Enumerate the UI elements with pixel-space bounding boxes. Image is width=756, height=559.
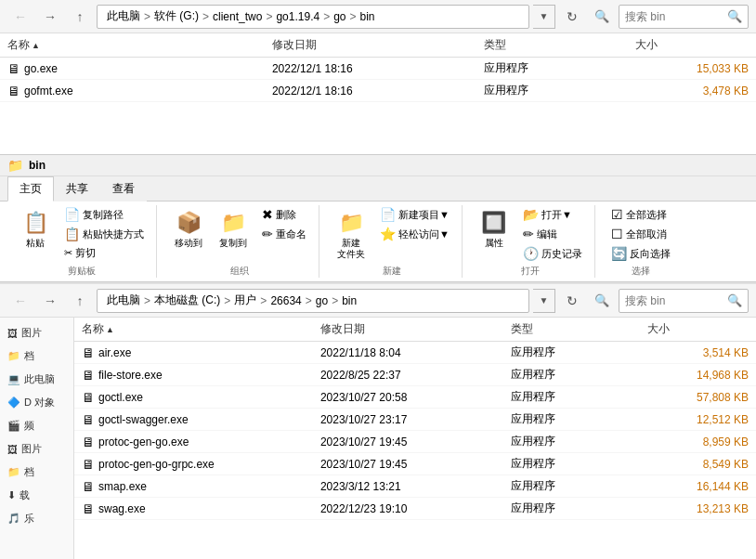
bottom-path-users[interactable]: 用户 xyxy=(232,292,258,308)
open-button[interactable]: 📂 打开▼ xyxy=(518,205,587,224)
bottom-up-button[interactable]: ↑ xyxy=(67,288,93,314)
bottom-address-dropdown[interactable]: ▼ xyxy=(533,289,555,313)
address-dropdown-button[interactable]: ▼ xyxy=(533,5,555,29)
table-row[interactable]: 🖥air.exe 2022/11/18 8:04 应用程序 3,514 KB xyxy=(74,342,756,364)
bottom-refresh-button[interactable]: ↻ xyxy=(559,288,585,314)
path-go1194[interactable]: go1.19.4 xyxy=(274,10,321,23)
new-item-button[interactable]: 📄 新建项目▼ xyxy=(375,205,454,224)
paste-shortcut-label: 粘贴快捷方式 xyxy=(83,228,144,241)
bottom-search-icon-btn[interactable]: 🔍 xyxy=(589,288,615,314)
tab-share[interactable]: 共享 xyxy=(54,176,100,202)
col-header-size[interactable]: 大小 xyxy=(628,33,756,58)
refresh-button[interactable]: ↻ xyxy=(559,4,585,30)
table-row[interactable]: 🖥protoc-gen-go.exe 2023/10/27 19:45 应用程序… xyxy=(74,431,756,453)
col-header-date[interactable]: 修改日期 xyxy=(265,33,476,58)
table-row[interactable]: 🖥goctl.exe 2023/10/27 20:58 应用程序 57,808 … xyxy=(74,386,756,409)
sidebar-item-docs2[interactable]: 📁 档 xyxy=(0,461,73,484)
bottom-path-26634[interactable]: 26634 xyxy=(268,294,303,307)
tab-home[interactable]: 主页 xyxy=(7,176,54,202)
organize-items: 📦 移动到 📁 复制到 ✖ 删除 ✏ xyxy=(168,205,311,263)
search-icon: 🔍 xyxy=(727,9,742,23)
organize-col3: ✖ 删除 ✏ 重命名 xyxy=(257,205,311,243)
table-row[interactable]: 🖥gofmt.exe 2022/12/1 18:16 应用程序 3,478 KB xyxy=(0,80,756,102)
sidebar-music-icon: 🎵 xyxy=(7,513,20,525)
move-to-button[interactable]: 📦 移动到 xyxy=(168,205,209,252)
edit-button[interactable]: ✏ 编辑 xyxy=(518,225,587,243)
bottom-back-button[interactable]: ← xyxy=(7,288,33,314)
copy-to-button[interactable]: 📁 复制到 xyxy=(213,205,254,252)
address-path: 此电脑 > 软件 (G:) > client_two > go1.19.4 > … xyxy=(97,5,529,29)
delete-label: 删除 xyxy=(276,208,296,222)
table-row[interactable]: 🖥swag.exe 2022/12/23 19:10 应用程序 13,213 K… xyxy=(74,498,756,520)
clipboard-label: 剪贴板 xyxy=(68,265,96,278)
properties-button[interactable]: 🔲 属性 xyxy=(474,205,515,252)
bottom-path-local-disk[interactable]: 本地磁盘 (C:) xyxy=(152,292,222,308)
invert-select-label: 反向选择 xyxy=(630,247,671,261)
bottom-path-this-pc[interactable]: 此电脑 xyxy=(105,292,142,308)
sidebar-item-3d[interactable]: 🔷 D 对象 xyxy=(0,391,73,414)
sidebar-photos-icon: 🖼 xyxy=(7,328,18,339)
select-label: 选择 xyxy=(632,265,650,278)
table-row[interactable]: 🖥go.exe 2022/12/1 18:16 应用程序 15,033 KB xyxy=(0,58,756,80)
sidebar-item-thispc[interactable]: 💻 此电脑 xyxy=(0,368,73,391)
col-header-name[interactable]: 名称▲ xyxy=(0,33,265,58)
top-search-icon[interactable]: 🔍 xyxy=(589,4,615,30)
select-all-button[interactable]: ☑ 全部选择 xyxy=(606,205,675,224)
forward-button[interactable]: → xyxy=(37,4,63,30)
new-folder-button[interactable]: 📁 新建 文件夹 xyxy=(331,205,371,263)
new-col: 📁 新建 文件夹 xyxy=(331,205,371,263)
delete-button[interactable]: ✖ 删除 xyxy=(257,205,311,224)
path-bin[interactable]: bin xyxy=(358,10,377,23)
easy-access-button[interactable]: ⭐ 轻松访问▼ xyxy=(375,225,454,243)
table-row[interactable]: 🖥protoc-gen-go-grpc.exe 2023/10/27 19:45… xyxy=(74,453,756,475)
new-folder-icon: 📁 xyxy=(336,208,366,238)
path-this-pc[interactable]: 此电脑 xyxy=(105,8,142,24)
sidebar-item-photos[interactable]: 🖼 图片 xyxy=(0,321,73,344)
open-label: 打开 xyxy=(521,265,540,278)
sidebar-photos-label: 图片 xyxy=(21,326,42,340)
table-row[interactable]: 🖥goctl-swagger.exe 2023/10/27 23:17 应用程序… xyxy=(74,409,756,431)
sidebar-docs-icon: 📁 xyxy=(7,350,20,362)
select-all-icon: ☑ xyxy=(611,207,623,222)
sidebar-downloads-label: 载 xyxy=(20,488,30,502)
bottom-col-header-size[interactable]: 大小 xyxy=(640,318,756,342)
bottom-search-box: 🔍 xyxy=(619,289,749,313)
history-button[interactable]: 🕐 历史记录 xyxy=(518,244,587,263)
bottom-col-header-date[interactable]: 修改日期 xyxy=(313,318,504,342)
path-go[interactable]: go xyxy=(332,10,347,23)
path-software-g[interactable]: 软件 (G:) xyxy=(152,8,201,24)
invert-select-button[interactable]: 🔄 反向选择 xyxy=(606,244,675,263)
cut-button[interactable]: ✂ 剪切 xyxy=(59,244,149,262)
sidebar-item-photos2[interactable]: 🖼 图片 xyxy=(0,437,73,461)
back-button[interactable]: ← xyxy=(7,4,33,30)
table-row[interactable]: 🖥smap.exe 2023/3/12 13:21 应用程序 16,144 KB xyxy=(74,475,756,498)
bottom-search-input[interactable] xyxy=(625,294,723,307)
rename-button[interactable]: ✏ 重命名 xyxy=(257,225,311,243)
sidebar-item-video[interactable]: 🎬 频 xyxy=(0,414,73,437)
copy-to-label: 复制到 xyxy=(219,238,247,249)
copy-path-label: 复制路径 xyxy=(83,208,124,222)
move-to-icon: 📦 xyxy=(174,208,203,238)
top-search-input[interactable] xyxy=(625,10,723,23)
table-row[interactable]: 🖥file-store.exe 2022/8/25 22:37 应用程序 14,… xyxy=(74,364,756,386)
organize-label: 组织 xyxy=(230,265,249,278)
bottom-forward-button[interactable]: → xyxy=(37,288,63,314)
copy-path-button[interactable]: 📄 复制路径 xyxy=(59,205,149,224)
path-client-two[interactable]: client_two xyxy=(211,10,264,23)
select-none-button[interactable]: ☐ 全部取消 xyxy=(606,225,675,243)
col-header-type[interactable]: 类型 xyxy=(476,33,628,58)
bottom-path-go[interactable]: go xyxy=(314,294,330,307)
up-button[interactable]: ↑ xyxy=(67,4,93,30)
sidebar-item-docs[interactable]: 📁 档 xyxy=(0,344,73,368)
bottom-col-header-type[interactable]: 类型 xyxy=(503,318,640,342)
sidebar-item-music[interactable]: 🎵 乐 xyxy=(0,507,73,530)
tab-view[interactable]: 查看 xyxy=(100,176,147,202)
clipboard-sub-col: 📄 复制路径 📋 粘贴快捷方式 ✂ 剪切 xyxy=(59,205,149,262)
bottom-col-header-name[interactable]: 名称▲ xyxy=(74,318,313,342)
ribbon-group-clipboard: 📋 粘贴 📄 复制路径 📋 粘贴快捷方式 ✂ 剪切 xyxy=(7,205,157,278)
paste-shortcut-button[interactable]: 📋 粘贴快捷方式 xyxy=(59,225,149,243)
bottom-path-bin[interactable]: bin xyxy=(340,294,358,307)
paste-button[interactable]: 📋 粘贴 xyxy=(15,205,56,252)
select-none-icon: ☐ xyxy=(611,227,623,241)
sidebar-item-downloads[interactable]: ⬇ 载 xyxy=(0,484,73,507)
